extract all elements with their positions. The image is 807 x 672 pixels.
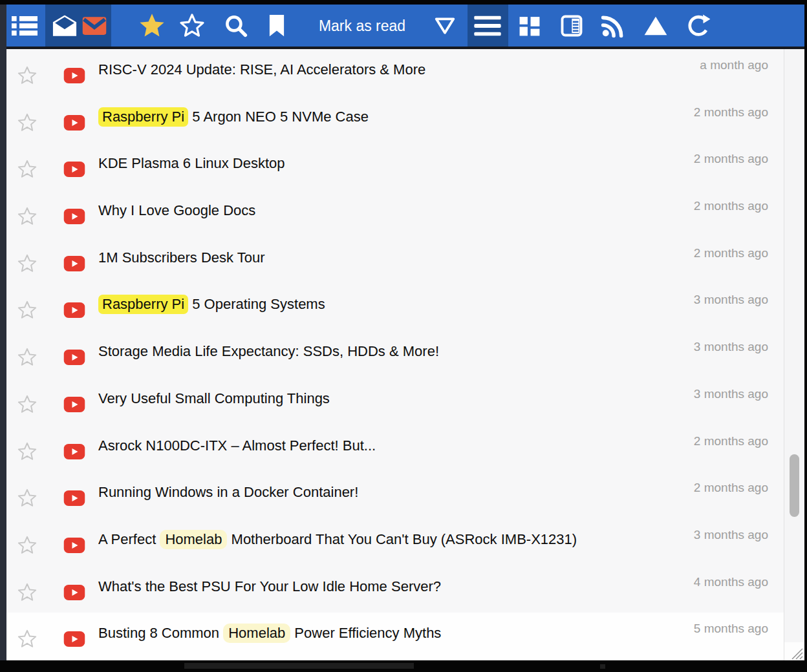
star-toggle[interactable] bbox=[17, 300, 38, 320]
hamburger-icon bbox=[474, 16, 501, 36]
article-title: Raspberry Pi 5 Operating Systems bbox=[98, 296, 325, 313]
dashboard-icon bbox=[518, 14, 542, 37]
article-title: Why I Love Google Docs bbox=[98, 202, 255, 219]
star-outline-icon bbox=[17, 582, 38, 602]
star-toggle[interactable] bbox=[17, 394, 38, 414]
bookmark-icon bbox=[268, 15, 286, 37]
article-age: 2 months ago bbox=[694, 105, 768, 120]
article-row[interactable]: Running Windows in a Docker Container! 2… bbox=[6, 472, 784, 519]
article-row[interactable]: A Perfect Homelab Motherboard That You C… bbox=[6, 519, 784, 566]
scroll-to-top-button[interactable] bbox=[643, 16, 668, 36]
article-title: A Perfect Homelab Motherboard That You C… bbox=[98, 531, 577, 548]
article-row[interactable]: Why I Love Google Docs 2 months ago bbox=[6, 190, 784, 237]
star-outline-icon bbox=[17, 112, 38, 132]
article-age: 2 months ago bbox=[694, 152, 768, 166]
star-outline-icon bbox=[179, 13, 205, 39]
unread-mail-icon bbox=[83, 17, 107, 35]
star-toggle[interactable] bbox=[17, 535, 38, 555]
starred-filter-button[interactable] bbox=[138, 12, 166, 39]
list-icon bbox=[12, 16, 38, 36]
article-age: 3 months ago bbox=[694, 528, 768, 542]
article-age: 5 months ago bbox=[694, 622, 768, 636]
article-row[interactable]: KDE Plasma 6 Linux Desktop 2 months ago bbox=[6, 143, 784, 190]
scrollbar-track[interactable] bbox=[784, 49, 804, 660]
star-outline-icon bbox=[17, 207, 38, 227]
youtube-icon bbox=[64, 115, 85, 131]
article-age: 2 months ago bbox=[694, 434, 768, 448]
star-toggle[interactable] bbox=[17, 488, 38, 509]
article-title: What's the Best PSU For Your Low Idle Ho… bbox=[98, 578, 441, 595]
triangle-up-icon bbox=[643, 16, 668, 36]
article-row[interactable]: Storage Media Life Expectancy: SSDs, HDD… bbox=[6, 331, 784, 378]
article-title: Raspberry Pi 5 Argon NEO 5 NVMe Case bbox=[98, 109, 369, 125]
article-row[interactable]: Busting 8 Common Homelab Power Efficienc… bbox=[6, 613, 784, 660]
star-outline-icon bbox=[17, 160, 38, 180]
rss-feeds-button[interactable] bbox=[601, 14, 625, 37]
mark-as-read-button[interactable]: Mark as read bbox=[315, 16, 409, 35]
youtube-icon bbox=[64, 397, 85, 412]
star-toggle[interactable] bbox=[17, 629, 38, 649]
article-row[interactable]: Asrock N100DC-ITX – Almost Perfect! But.… bbox=[6, 425, 784, 472]
star-outline-icon bbox=[17, 348, 38, 368]
youtube-icon bbox=[64, 538, 85, 553]
article-row[interactable]: Raspberry Pi 5 Operating Systems 3 month… bbox=[6, 284, 784, 331]
open-mail-button[interactable] bbox=[52, 15, 77, 36]
reader-icon bbox=[560, 14, 584, 37]
star-outline-icon bbox=[17, 441, 38, 461]
unstar-button[interactable] bbox=[179, 13, 205, 39]
star-outline-icon bbox=[17, 535, 38, 555]
youtube-icon bbox=[64, 209, 85, 224]
star-toggle[interactable] bbox=[17, 112, 38, 132]
youtube-icon bbox=[64, 68, 85, 83]
article-row[interactable]: RISC-V 2024 Update: RISE, AI Accelerator… bbox=[6, 49, 784, 96]
article-age: 2 months ago bbox=[694, 246, 768, 260]
star-outline-icon bbox=[17, 253, 38, 273]
youtube-icon bbox=[64, 631, 85, 647]
star-toggle[interactable] bbox=[17, 253, 38, 273]
youtube-icon bbox=[64, 162, 85, 177]
window-left-border bbox=[0, 5, 6, 660]
layout-button[interactable] bbox=[518, 14, 542, 37]
article-age: 2 months ago bbox=[694, 199, 768, 213]
youtube-icon bbox=[64, 302, 85, 318]
article-title: Running Windows in a Docker Container! bbox=[98, 484, 358, 501]
reader-view-button[interactable] bbox=[560, 14, 584, 37]
star-toggle[interactable] bbox=[17, 66, 38, 86]
article-row[interactable]: Very Useful Small Computing Things 3 mon… bbox=[6, 378, 784, 425]
youtube-icon bbox=[64, 444, 85, 459]
filter-button[interactable] bbox=[435, 17, 455, 34]
star-toggle[interactable] bbox=[17, 441, 38, 461]
article-row[interactable]: What's the Best PSU For Your Low Idle Ho… bbox=[6, 566, 784, 613]
list-view-button[interactable] bbox=[12, 16, 38, 36]
star-toggle[interactable] bbox=[17, 160, 38, 180]
unread-mail-button[interactable] bbox=[83, 17, 107, 35]
resize-grip[interactable] bbox=[784, 642, 804, 660]
article-title: Storage Media Life Expectancy: SSDs, HDD… bbox=[98, 343, 439, 360]
refresh-button[interactable] bbox=[687, 14, 711, 37]
menu-button[interactable] bbox=[474, 16, 501, 36]
star-toggle[interactable] bbox=[17, 348, 38, 368]
youtube-icon bbox=[64, 490, 85, 506]
scrollbar-thumb[interactable] bbox=[790, 454, 799, 517]
bookmark-button[interactable] bbox=[268, 15, 286, 37]
article-title: 1M Subscribers Desk Tour bbox=[98, 249, 265, 266]
star-filled-icon bbox=[138, 12, 166, 39]
star-outline-icon bbox=[17, 394, 38, 414]
cutoff-next-row-text bbox=[184, 663, 414, 669]
star-toggle[interactable] bbox=[17, 207, 38, 227]
search-button[interactable] bbox=[224, 14, 248, 37]
star-outline-icon bbox=[17, 629, 38, 649]
article-title: Very Useful Small Computing Things bbox=[98, 390, 330, 407]
star-outline-icon bbox=[17, 488, 38, 509]
article-title: RISC-V 2024 Update: RISE, AI Accelerator… bbox=[98, 61, 425, 78]
article-age: 4 months ago bbox=[694, 575, 768, 589]
article-row[interactable]: 1M Subscribers Desk Tour 2 months ago bbox=[6, 237, 784, 284]
article-age: 2 months ago bbox=[694, 481, 768, 495]
filter-funnel-icon bbox=[435, 17, 455, 34]
article-list: RISC-V 2024 Update: RISE, AI Accelerator… bbox=[6, 49, 784, 660]
star-toggle[interactable] bbox=[17, 582, 38, 602]
youtube-icon bbox=[64, 350, 85, 365]
article-row[interactable]: Raspberry Pi 5 Argon NEO 5 NVMe Case 2 m… bbox=[6, 96, 784, 143]
article-age: 3 months ago bbox=[694, 387, 768, 401]
star-outline-icon bbox=[17, 66, 38, 86]
